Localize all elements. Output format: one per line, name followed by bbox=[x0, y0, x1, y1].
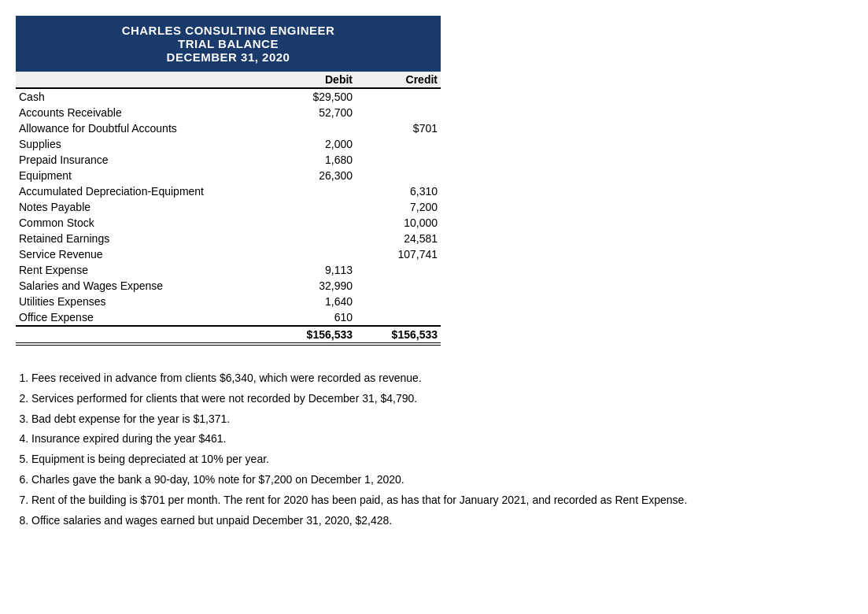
row-credit: 6,310 bbox=[356, 183, 441, 199]
row-label: Utilities Expenses bbox=[16, 294, 271, 309]
table-row: Retained Earnings24,581 bbox=[16, 231, 441, 246]
row-credit bbox=[356, 294, 441, 309]
total-credit: $156,533 bbox=[356, 326, 441, 344]
column-header-row: Debit Credit bbox=[16, 72, 441, 88]
table-wrapper: CHARLES CONSULTING ENGINEER TRIAL BALANC… bbox=[16, 16, 441, 346]
row-debit: 52,700 bbox=[271, 105, 356, 120]
row-credit bbox=[356, 309, 441, 326]
row-debit: 1,680 bbox=[271, 152, 356, 168]
row-label: Prepaid Insurance bbox=[16, 152, 271, 168]
row-credit: 107,741 bbox=[356, 246, 441, 262]
total-label bbox=[16, 326, 271, 344]
row-label: Retained Earnings bbox=[16, 231, 271, 246]
page-container: CHARLES CONSULTING ENGINEER TRIAL BALANC… bbox=[16, 16, 852, 530]
note-item: Charles gave the bank a 90-day, 10% note… bbox=[31, 471, 852, 490]
total-row: $156,533 $156,533 bbox=[16, 326, 441, 344]
row-label: Equipment bbox=[16, 168, 271, 183]
note-item: Insurance expired during the year $461. bbox=[31, 430, 852, 449]
row-label: Common Stock bbox=[16, 215, 271, 231]
row-credit bbox=[356, 136, 441, 152]
row-label: Cash bbox=[16, 88, 271, 105]
row-debit bbox=[271, 120, 356, 136]
row-debit bbox=[271, 199, 356, 215]
row-label: Accumulated Depreciation-Equipment bbox=[16, 183, 271, 199]
row-debit: 2,000 bbox=[271, 136, 356, 152]
row-credit: 24,581 bbox=[356, 231, 441, 246]
row-label: Salaries and Wages Expense bbox=[16, 278, 271, 294]
row-debit: $29,500 bbox=[271, 88, 356, 105]
table-row: Accounts Receivable52,700 bbox=[16, 105, 441, 120]
debit-header: Debit bbox=[271, 72, 356, 88]
table-row: Utilities Expenses1,640 bbox=[16, 294, 441, 309]
row-debit: 9,113 bbox=[271, 262, 356, 278]
credit-header: Credit bbox=[356, 72, 441, 88]
row-credit bbox=[356, 168, 441, 183]
title-line1: CHARLES CONSULTING ENGINEER bbox=[31, 24, 425, 37]
row-label: Accounts Receivable bbox=[16, 105, 271, 120]
note-item: Fees received in advance from clients $6… bbox=[31, 369, 852, 388]
row-label: Service Revenue bbox=[16, 246, 271, 262]
table-row: Office Expense610 bbox=[16, 309, 441, 326]
row-debit bbox=[271, 246, 356, 262]
row-label: Notes Payable bbox=[16, 199, 271, 215]
header-box: CHARLES CONSULTING ENGINEER TRIAL BALANC… bbox=[16, 16, 441, 72]
row-credit bbox=[356, 152, 441, 168]
table-row: Rent Expense9,113 bbox=[16, 262, 441, 278]
note-item: Bad debt expense for the year is $1,371. bbox=[31, 410, 852, 429]
table-row: Service Revenue107,741 bbox=[16, 246, 441, 262]
total-debit: $156,533 bbox=[271, 326, 356, 344]
table-row: Cash$29,500 bbox=[16, 88, 441, 105]
note-item: Rent of the building is $701 per month. … bbox=[31, 491, 852, 510]
note-item: Equipment is being depreciated at 10% pe… bbox=[31, 450, 852, 469]
row-debit: 26,300 bbox=[271, 168, 356, 183]
table-row: Supplies2,000 bbox=[16, 136, 441, 152]
label-header bbox=[16, 72, 271, 88]
row-credit bbox=[356, 105, 441, 120]
row-debit bbox=[271, 215, 356, 231]
row-debit bbox=[271, 183, 356, 199]
table-row: Notes Payable7,200 bbox=[16, 199, 441, 215]
row-label: Rent Expense bbox=[16, 262, 271, 278]
row-debit bbox=[271, 231, 356, 246]
note-item: Office salaries and wages earned but unp… bbox=[31, 512, 852, 531]
table-body: Cash$29,500Accounts Receivable52,700Allo… bbox=[16, 88, 441, 326]
table-row: Equipment26,300 bbox=[16, 168, 441, 183]
row-credit bbox=[356, 262, 441, 278]
row-credit bbox=[356, 88, 441, 105]
notes-section: Fees received in advance from clients $6… bbox=[16, 369, 852, 530]
row-label: Allowance for Doubtful Accounts bbox=[16, 120, 271, 136]
row-debit: 1,640 bbox=[271, 294, 356, 309]
title-line2: TRIAL BALANCE bbox=[31, 37, 425, 50]
table-row: Salaries and Wages Expense32,990 bbox=[16, 278, 441, 294]
row-debit: 32,990 bbox=[271, 278, 356, 294]
notes-list: Fees received in advance from clients $6… bbox=[16, 369, 852, 530]
table-row: Allowance for Doubtful Accounts$701 bbox=[16, 120, 441, 136]
row-credit: 7,200 bbox=[356, 199, 441, 215]
table-row: Accumulated Depreciation-Equipment6,310 bbox=[16, 183, 441, 199]
table-row: Prepaid Insurance1,680 bbox=[16, 152, 441, 168]
trial-balance-table: Debit Credit Cash$29,500Accounts Receiva… bbox=[16, 72, 441, 346]
row-debit: 610 bbox=[271, 309, 356, 326]
title-line3: DECEMBER 31, 2020 bbox=[31, 50, 425, 64]
table-row: Common Stock10,000 bbox=[16, 215, 441, 231]
row-credit: 10,000 bbox=[356, 215, 441, 231]
row-credit: $701 bbox=[356, 120, 441, 136]
note-item: Services performed for clients that were… bbox=[31, 390, 852, 409]
row-label: Supplies bbox=[16, 136, 271, 152]
row-label: Office Expense bbox=[16, 309, 271, 326]
row-credit bbox=[356, 278, 441, 294]
